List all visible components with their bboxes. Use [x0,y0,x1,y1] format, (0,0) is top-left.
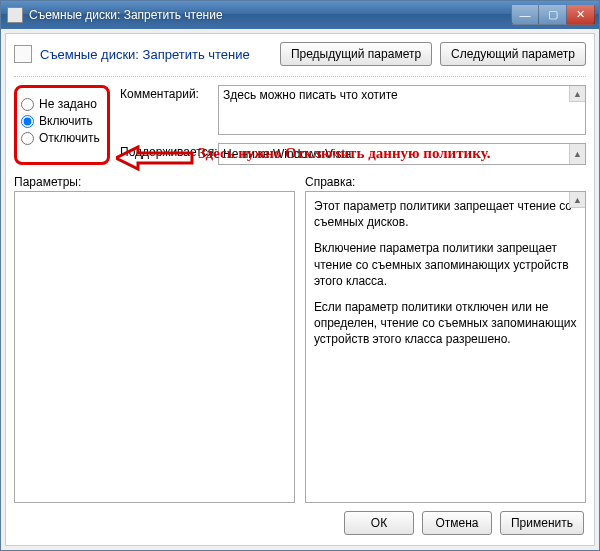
policy-editor-window: Съемные диски: Запретить чтение — ▢ ✕ Съ… [0,0,600,551]
window-title: Съемные диски: Запретить чтение [29,8,511,22]
help-column: Справка: Этот параметр политики запрещае… [305,175,586,503]
radio-enabled-label: Включить [39,114,93,128]
footer-buttons: ОК Отмена Применить [14,503,586,537]
scroll-up-icon[interactable]: ▲ [569,192,585,208]
ok-button[interactable]: ОК [344,511,414,535]
content-area: Съемные диски: Запретить чтение Предыдущ… [5,33,595,546]
radio-disabled[interactable]: Отключить [21,131,99,145]
window-controls: — ▢ ✕ [511,5,595,25]
support-label: Поддерживается: [120,143,210,159]
next-setting-button[interactable]: Следующий параметр [440,42,586,66]
params-title: Параметры: [14,175,295,189]
radio-not-configured-label: Не задано [39,97,97,111]
app-icon [7,7,23,23]
radio-enabled[interactable]: Включить [21,114,99,128]
params-box [14,191,295,503]
params-column: Параметры: [14,175,295,503]
radio-enabled-input[interactable] [21,115,34,128]
policy-icon [14,45,32,63]
scroll-up-icon[interactable]: ▲ [569,144,585,164]
help-paragraph-2: Включение параметра политики запрещает ч… [314,240,577,289]
support-box: Не ниже Windows Vista ▲ [218,143,586,165]
radio-not-configured[interactable]: Не задано [21,97,99,111]
comment-label: Комментарий: [120,85,210,101]
nav-buttons: Предыдущий параметр Следующий параметр [280,42,586,66]
comment-row: Комментарий: Здесь можно писать что хоти… [120,85,586,135]
lower-panels: Параметры: Справка: Этот параметр полити… [14,175,586,503]
policy-title: Съемные диски: Запретить чтение [40,47,272,62]
fields-column: Комментарий: Здесь можно писать что хоти… [120,85,586,165]
help-box: Этот параметр политики запрещает чтение … [305,191,586,503]
scroll-up-icon[interactable]: ▲ [569,86,585,102]
radio-disabled-input[interactable] [21,132,34,145]
mid-section: Не задано Включить Отключить Комментарий… [14,85,586,165]
support-value: Не ниже Windows Vista [223,147,352,161]
titlebar[interactable]: Съемные диски: Запретить чтение — ▢ ✕ [1,1,599,29]
cancel-button[interactable]: Отмена [422,511,492,535]
help-paragraph-1: Этот параметр политики запрещает чтение … [314,198,577,230]
header-row: Съемные диски: Запретить чтение Предыдущ… [14,42,586,66]
help-title: Справка: [305,175,586,189]
divider [14,76,586,77]
radio-group-highlight: Не задано Включить Отключить [14,85,110,165]
minimize-button[interactable]: — [511,5,539,25]
help-paragraph-3: Если параметр политики отключен или не о… [314,299,577,348]
previous-setting-button[interactable]: Предыдущий параметр [280,42,432,66]
apply-button[interactable]: Применить [500,511,584,535]
comment-input[interactable]: Здесь можно писать что хотите ▲ [218,85,586,135]
support-row: Поддерживается: Не ниже Windows Vista ▲ [120,143,586,165]
radio-disabled-label: Отключить [39,131,100,145]
radio-not-configured-input[interactable] [21,98,34,111]
comment-value: Здесь можно писать что хотите [223,88,398,102]
close-button[interactable]: ✕ [567,5,595,25]
maximize-button[interactable]: ▢ [539,5,567,25]
